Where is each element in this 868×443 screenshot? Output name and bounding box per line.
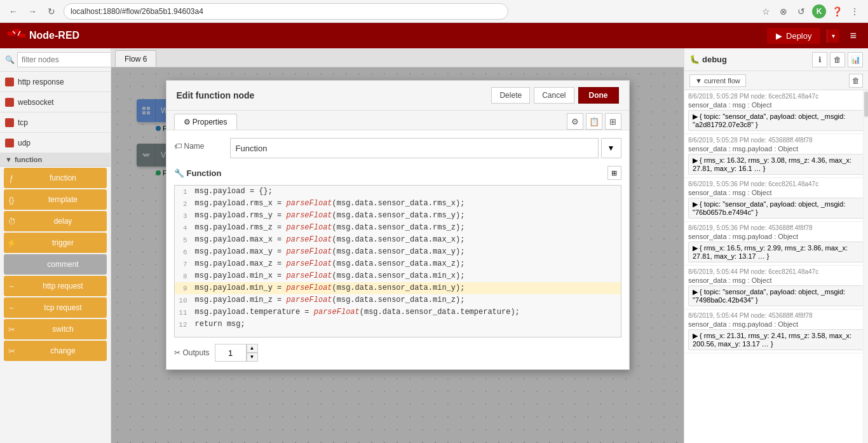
- sidebar-item-tcp[interactable]: tcp: [0, 112, 111, 133]
- line-content: msg.payload.max_z = parseFloat(msg.data.…: [193, 258, 621, 269]
- sidebar-item-function[interactable]: ƒ function: [4, 168, 107, 188]
- outputs-increment[interactable]: ▲: [247, 344, 258, 353]
- deploy-button[interactable]: ▶ Deploy: [767, 28, 820, 44]
- function-label: Function: [187, 168, 222, 178]
- hamburger-menu-button[interactable]: ≡: [846, 27, 860, 45]
- browser-chrome: ← → ↻ localhost:1880/#flow/26ba5b1.94603…: [0, 0, 868, 23]
- debug-msg-meta: 8/6/2019, 5:05:44 PM node: 453688ff.4f8f…: [688, 312, 864, 319]
- forward-button[interactable]: →: [25, 4, 39, 18]
- code-editor[interactable]: 1msg.payload = {};2msg.payload.rms_x = p…: [174, 185, 621, 337]
- debug-header: 🐛 debug ℹ 🗑 📊: [684, 48, 868, 71]
- browser-action-ext2[interactable]: ↺: [794, 4, 808, 18]
- line-number: 8: [175, 270, 193, 282]
- debug-trash-button[interactable]: 🗑: [849, 74, 863, 88]
- debug-msg-type: sensor_data : msg : Object: [688, 276, 864, 284]
- debug-msg-content[interactable]: ▶ { rms_x: 16.5, rms_y: 2.99, rms_z: 3.8…: [688, 242, 864, 262]
- sidebar-item-tcp-request[interactable]: ~ tcp request: [4, 297, 107, 318]
- sidebar-item-template[interactable]: {} template: [4, 189, 107, 210]
- tab-icon-settings[interactable]: ⚙: [567, 113, 583, 130]
- line-number: 4: [175, 222, 193, 234]
- line-number: 9: [175, 282, 193, 294]
- debug-title-text: debug: [702, 55, 727, 64]
- code-line-11: 11msg.payload.temperature = parseFloat(m…: [175, 306, 621, 318]
- debug-filter-bar: ▼ current flow 🗑: [684, 71, 868, 90]
- sidebar-item-http-response[interactable]: http response: [0, 72, 111, 92]
- deploy-dropdown-button[interactable]: ▾: [827, 29, 839, 43]
- modal-actions: Delete Cancel Done: [491, 87, 618, 104]
- debug-msg-content[interactable]: ▶ { topic: "sensor_data", payload: objec…: [688, 198, 864, 219]
- debug-clear-button[interactable]: 🗑: [830, 52, 845, 67]
- browser-actions: ☆ ⊗ ↺ K ❓ ⋮: [759, 4, 862, 18]
- debug-msg-type: sensor_data : msg : Object: [688, 189, 864, 196]
- tab-properties[interactable]: ⚙ Properties: [174, 114, 237, 130]
- app-title: Node-RED: [29, 30, 79, 41]
- canvas-content[interactable]: Win... Ready Vibration Running: [111, 67, 684, 443]
- outputs-label-text: Outputs: [183, 348, 210, 357]
- node-label: trigger: [19, 233, 107, 253]
- canvas-tab-flow6[interactable]: Flow 6: [115, 50, 156, 67]
- name-color-button[interactable]: ▼: [601, 138, 621, 158]
- function-expand-button[interactable]: ⊞: [607, 166, 621, 180]
- debug-msg-type: sensor_data : msg.payload : Object: [688, 320, 864, 328]
- outputs-stepper: ▲ ▼: [215, 344, 258, 362]
- debug-message-2: 8/6/2019, 5:05:36 PM node: 6cec8261.48a4…: [684, 178, 868, 222]
- search-input[interactable]: [17, 52, 111, 67]
- debug-msg-content[interactable]: ▶ { topic: "sensor_data", payload: objec…: [688, 285, 864, 306]
- back-button[interactable]: ←: [6, 4, 20, 18]
- tab-icon-docs[interactable]: 📋: [586, 113, 602, 130]
- switch-icon: ✂: [4, 319, 19, 339]
- sidebar-item-switch[interactable]: ✂ switch: [4, 319, 107, 339]
- function-icon: ƒ: [4, 168, 19, 188]
- line-content: msg.payload.max_x = parseFloat(msg.data.…: [193, 234, 621, 245]
- debug-msg-meta: 8/6/2019, 5:05:36 PM node: 6cec8261.48a4…: [688, 181, 864, 187]
- outputs-input[interactable]: [215, 344, 247, 362]
- outputs-icon: ✂: [174, 348, 180, 357]
- code-line-9: 9msg.payload.min_y = parseFloat(msg.data…: [175, 282, 621, 294]
- line-content: msg.payload.min_z = parseFloat(msg.data.…: [193, 294, 621, 306]
- node-label: comment: [19, 254, 107, 275]
- browser-more[interactable]: ⋮: [848, 4, 862, 18]
- line-number: 12: [175, 318, 193, 331]
- sidebar-item-comment[interactable]: comment: [4, 254, 107, 275]
- browser-action-ext4[interactable]: ❓: [830, 4, 844, 18]
- outputs-decrement[interactable]: ▼: [247, 353, 258, 362]
- sidebar-item-udp[interactable]: udp: [0, 133, 111, 153]
- function-wrench-icon: 🔧: [174, 168, 184, 178]
- tab-icon-grid[interactable]: ⊞: [605, 113, 621, 130]
- debug-msg-type: sensor_data : msg.payload : Object: [688, 145, 864, 153]
- browser-action-ext3[interactable]: K: [812, 4, 826, 18]
- debug-msg-content[interactable]: ▶ { rms_x: 16.32, rms_y: 3.08, rms_z: 4.…: [688, 154, 864, 175]
- cancel-button[interactable]: Cancel: [534, 87, 574, 104]
- delete-button[interactable]: Delete: [491, 87, 530, 104]
- node-label: tcp request: [19, 297, 107, 318]
- browser-action-star[interactable]: ☆: [759, 4, 773, 18]
- section-header-function[interactable]: ▼ function: [0, 153, 111, 167]
- code-line-12: 12return msg;: [175, 318, 621, 331]
- sidebar-item-http-request[interactable]: ~ http request: [4, 276, 107, 296]
- debug-messages-list: 8/6/2019, 5:05:28 PM node: 6cec8261.48a4…: [684, 90, 868, 443]
- sidebar-item-delay[interactable]: ⏱ delay: [4, 211, 107, 231]
- filter-label: current flow: [704, 77, 740, 85]
- debug-scrollbar[interactable]: [863, 90, 868, 443]
- debug-filter-current-flow[interactable]: ▼ current flow: [689, 74, 746, 87]
- name-input[interactable]: [230, 138, 599, 158]
- done-button[interactable]: Done: [578, 87, 619, 104]
- debug-msg-content[interactable]: ▶ { rms_x: 21.31, rms_y: 2.41, rms_z: 3.…: [688, 329, 864, 350]
- line-number: 10: [175, 294, 193, 306]
- debug-chart-button[interactable]: 📊: [848, 52, 863, 67]
- delay-icon: ⏱: [4, 211, 19, 231]
- line-content: msg.payload.rms_y = parseFloat(msg.data.…: [193, 210, 621, 221]
- debug-msg-content[interactable]: ▶ { topic: "sensor_data", payload: objec…: [688, 110, 864, 131]
- debug-info-button[interactable]: ℹ: [812, 52, 827, 67]
- url-bar[interactable]: localhost:1880/#flow/26ba5b1.94603a4: [64, 3, 508, 20]
- topbar: Node-RED ▶ Deploy ▾ ≡: [0, 23, 868, 48]
- browser-action-ext1[interactable]: ⊗: [776, 4, 790, 18]
- sidebar-item-change[interactable]: ✂ change: [4, 341, 107, 361]
- refresh-button[interactable]: ↻: [44, 4, 58, 18]
- sidebar-item-trigger[interactable]: ⚡ trigger: [4, 233, 107, 253]
- sidebar-item-websocket[interactable]: websocket: [0, 92, 111, 112]
- modal-overlay[interactable]: Edit function node Delete Cancel Done ⚙: [111, 67, 684, 443]
- name-label: 🏷 Name: [174, 138, 225, 151]
- debug-icon: 🐛: [689, 55, 700, 64]
- modal-body: 🏷 Name ▼ 🔧: [166, 130, 629, 369]
